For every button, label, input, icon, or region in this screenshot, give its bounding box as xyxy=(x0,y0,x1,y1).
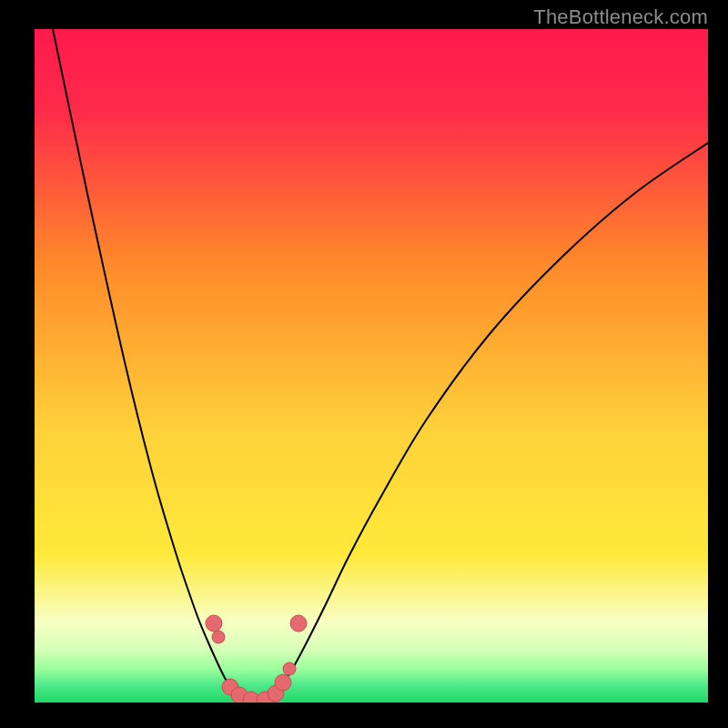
data-marker xyxy=(275,674,291,691)
curve-layer xyxy=(35,29,708,703)
data-marker xyxy=(212,631,225,643)
curve-markers xyxy=(206,615,307,703)
data-marker xyxy=(290,615,307,632)
watermark-text: TheBottleneck.com xyxy=(533,5,708,29)
curve-left-branch xyxy=(53,29,258,701)
curve-right-branch xyxy=(258,143,708,701)
data-marker xyxy=(283,662,296,675)
chart-frame: TheBottleneck.com xyxy=(0,0,728,728)
plot-area xyxy=(35,29,708,703)
data-marker xyxy=(206,615,222,632)
